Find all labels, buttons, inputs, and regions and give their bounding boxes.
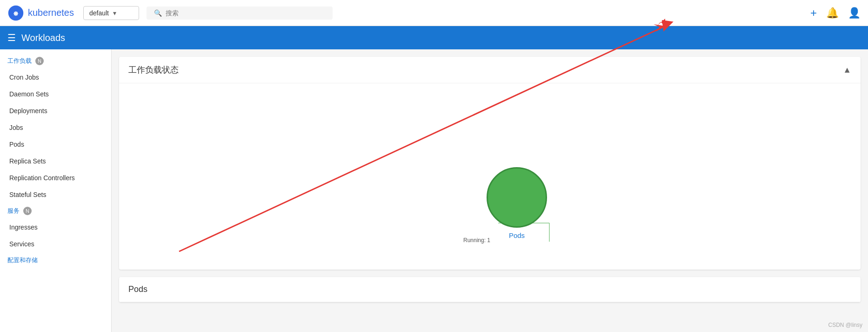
logo-text: kubernetes bbox=[28, 7, 74, 18]
top-nav: ⎈ kubernetes default ▾ 🔍 + 🔔 👤 bbox=[0, 0, 868, 26]
workload-badge: N bbox=[35, 57, 44, 65]
sidebar-item-daemon-sets[interactable]: Daemon Sets bbox=[0, 86, 111, 102]
main-content: 工作负载状态 ▲ Running: 1 bbox=[112, 49, 868, 332]
sidebar-item-stateful-sets[interactable]: Stateful Sets bbox=[0, 186, 111, 203]
config-section-label: 配置和存储 bbox=[7, 256, 38, 264]
sidebar-item-pods[interactable]: Pods bbox=[0, 136, 111, 153]
sidebar-item-replica-sets[interactable]: Replica Sets bbox=[0, 153, 111, 169]
pod-name-label: Pods bbox=[509, 231, 525, 239]
sidebar-item-ingresses[interactable]: Ingresses bbox=[0, 219, 111, 236]
logo-area: ⎈ kubernetes bbox=[7, 5, 74, 21]
service-section-label: 服务 bbox=[7, 207, 20, 215]
sidebar-item-services[interactable]: Services bbox=[0, 236, 111, 252]
page-header: ☰ Workloads bbox=[0, 26, 868, 49]
main-layout: 工作负载 N Cron Jobs Daemon Sets Deployments… bbox=[0, 49, 868, 332]
svg-text:⎈: ⎈ bbox=[13, 9, 19, 17]
workload-section-label: 工作负载 bbox=[7, 57, 32, 65]
watermark: CSDN @linsy bbox=[828, 322, 862, 328]
sidebar-item-replication-controllers[interactable]: Replication Controllers bbox=[0, 169, 111, 186]
pods-section-card: Pods bbox=[119, 277, 861, 302]
nav-actions: + 🔔 👤 bbox=[810, 7, 861, 20]
search-input[interactable] bbox=[166, 9, 325, 17]
pods-section-title: Pods bbox=[128, 285, 851, 294]
pod-circle bbox=[487, 167, 547, 228]
sidebar: 工作负载 N Cron Jobs Daemon Sets Deployments… bbox=[0, 49, 112, 332]
search-icon: 🔍 bbox=[154, 9, 162, 17]
chart-area: Running: 1 Pods bbox=[119, 83, 861, 270]
sidebar-item-cron-jobs[interactable]: Cron Jobs bbox=[0, 69, 111, 86]
page-title: Workloads bbox=[21, 33, 65, 43]
collapse-button[interactable]: ▲ bbox=[843, 65, 851, 75]
chevron-down-icon: ▾ bbox=[113, 9, 133, 17]
card-body-workload: Running: 1 Pods bbox=[119, 83, 861, 270]
workload-status-title: 工作负载状态 bbox=[128, 64, 843, 75]
sidebar-item-jobs[interactable]: Jobs bbox=[0, 119, 111, 136]
notification-bell-icon[interactable]: 🔔 bbox=[826, 7, 839, 19]
sidebar-section-service: 服务 N bbox=[0, 203, 111, 219]
pod-bubble: Running: 1 Pods bbox=[487, 167, 547, 239]
service-badge: N bbox=[23, 207, 32, 215]
card-header-workload: 工作负载状态 ▲ bbox=[119, 57, 861, 83]
sidebar-item-deployments[interactable]: Deployments bbox=[0, 102, 111, 119]
pods-section-header: Pods bbox=[119, 277, 861, 302]
kubernetes-logo-icon: ⎈ bbox=[7, 5, 24, 21]
sidebar-section-config: 配置和存储 bbox=[0, 252, 111, 268]
namespace-selector[interactable]: default ▾ bbox=[83, 6, 139, 20]
workload-status-card: 工作负载状态 ▲ Running: 1 bbox=[119, 57, 861, 270]
sidebar-section-workload: 工作负载 N bbox=[0, 53, 111, 69]
user-avatar-icon[interactable]: 👤 bbox=[848, 7, 861, 19]
hamburger-menu-icon[interactable]: ☰ bbox=[7, 32, 16, 43]
search-bar: 🔍 bbox=[147, 7, 333, 20]
pod-running-label: Running: 1 bbox=[463, 237, 490, 244]
add-button[interactable]: + bbox=[810, 7, 817, 20]
namespace-value: default bbox=[89, 9, 109, 17]
